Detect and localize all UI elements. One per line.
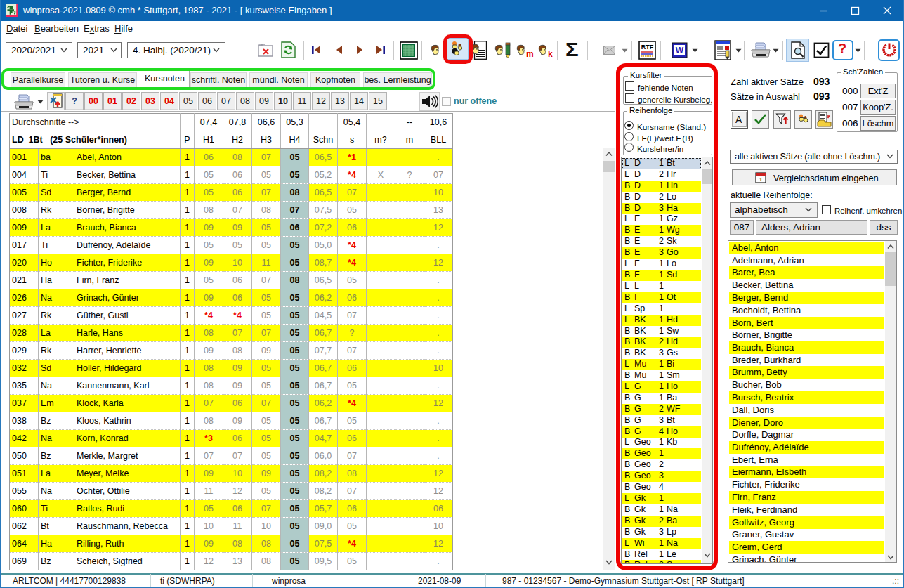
svg-text:W: W xyxy=(676,46,684,55)
svg-text:1: 1 xyxy=(759,176,763,183)
svg-text:RTF: RTF xyxy=(641,44,654,51)
